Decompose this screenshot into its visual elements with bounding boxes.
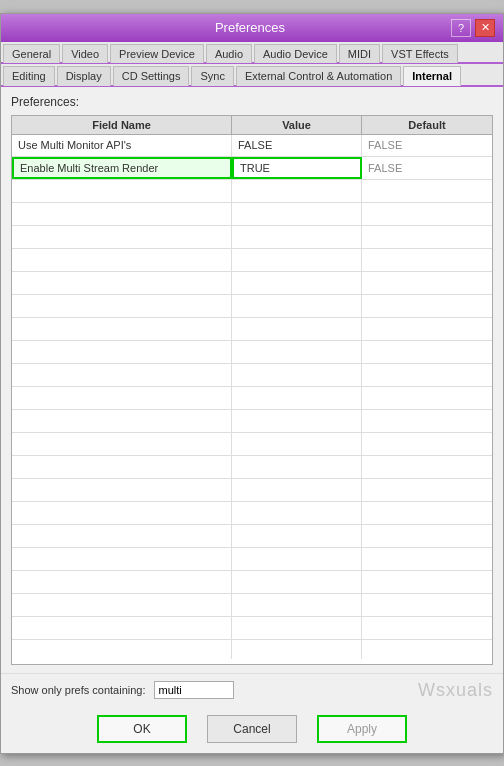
table-row	[12, 479, 492, 502]
table-row	[12, 318, 492, 341]
tab-display[interactable]: Display	[57, 66, 111, 86]
tab-preview-device[interactable]: Preview Device	[110, 44, 204, 63]
table-row	[12, 456, 492, 479]
preferences-dialog: Preferences ? ✕ General Video Preview De…	[0, 13, 504, 754]
field-name-cell: Enable Multi Stream Render	[12, 157, 232, 179]
table-row	[12, 433, 492, 456]
dialog-title: Preferences	[49, 20, 451, 35]
content-area: Preferences: Field Name Value Default Us…	[1, 87, 503, 673]
table-body: Use Multi Monitor API's FALSE FALSE Enab…	[12, 135, 492, 659]
tab-row-1: General Video Preview Device Audio Audio…	[1, 42, 503, 64]
table-header: Field Name Value Default	[12, 116, 492, 135]
value-cell: TRUE	[232, 157, 362, 179]
field-name-cell: Use Multi Monitor API's	[12, 135, 232, 156]
tab-row-2: Editing Display CD Settings Sync Externa…	[1, 64, 503, 87]
table-row	[12, 249, 492, 272]
tab-cd-settings[interactable]: CD Settings	[113, 66, 190, 86]
col-value: Value	[232, 116, 362, 134]
default-cell: FALSE	[362, 157, 492, 179]
table-row	[12, 226, 492, 249]
table-row	[12, 410, 492, 433]
prefs-section-label: Preferences:	[11, 95, 493, 109]
title-bar: Preferences ? ✕	[1, 14, 503, 42]
default-cell: FALSE	[362, 135, 492, 156]
tab-audio-device[interactable]: Audio Device	[254, 44, 337, 63]
cancel-button[interactable]: Cancel	[207, 715, 297, 743]
button-row: OK Cancel Apply	[1, 707, 503, 753]
help-button[interactable]: ?	[451, 19, 471, 37]
table-row	[12, 180, 492, 203]
apply-button[interactable]: Apply	[317, 715, 407, 743]
table-row	[12, 548, 492, 571]
tab-sync[interactable]: Sync	[191, 66, 233, 86]
table-row	[12, 387, 492, 410]
table-row	[12, 272, 492, 295]
table-row	[12, 525, 492, 548]
tab-video[interactable]: Video	[62, 44, 108, 63]
col-field-name: Field Name	[12, 116, 232, 134]
table-row	[12, 571, 492, 594]
tab-vst-effects[interactable]: VST Effects	[382, 44, 458, 63]
tab-general[interactable]: General	[3, 44, 60, 63]
filter-label: Show only prefs containing:	[11, 684, 146, 696]
table-row[interactable]: Enable Multi Stream Render TRUE FALSE	[12, 157, 492, 180]
tab-audio[interactable]: Audio	[206, 44, 252, 63]
table-row	[12, 203, 492, 226]
tab-midi[interactable]: MIDI	[339, 44, 380, 63]
logo: Wsxuals	[242, 680, 493, 701]
value-cell: FALSE	[232, 135, 362, 156]
col-default: Default	[362, 116, 492, 134]
table-row	[12, 617, 492, 640]
table-row[interactable]: Use Multi Monitor API's FALSE FALSE	[12, 135, 492, 157]
table-row	[12, 341, 492, 364]
table-row	[12, 640, 492, 659]
table-row	[12, 594, 492, 617]
filter-bar: Show only prefs containing: Wsxuals	[1, 673, 503, 707]
table-row	[12, 364, 492, 387]
table-row	[12, 295, 492, 318]
filter-input[interactable]	[154, 681, 234, 699]
prefs-table: Field Name Value Default Use Multi Monit…	[11, 115, 493, 665]
tab-internal[interactable]: Internal	[403, 66, 461, 86]
ok-button[interactable]: OK	[97, 715, 187, 743]
table-row	[12, 502, 492, 525]
title-bar-controls: ? ✕	[451, 19, 495, 37]
close-button[interactable]: ✕	[475, 19, 495, 37]
tab-external-control[interactable]: External Control & Automation	[236, 66, 401, 86]
tab-editing[interactable]: Editing	[3, 66, 55, 86]
